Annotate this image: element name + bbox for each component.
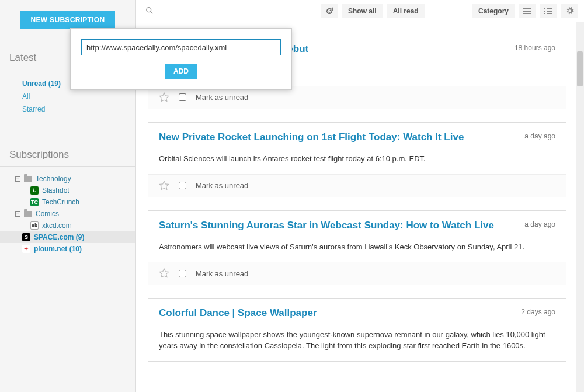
- feed-label: xkcd.com: [42, 221, 72, 230]
- mark-unread-label: Mark as unread: [196, 181, 248, 190]
- show-all-button[interactable]: Show all: [342, 4, 383, 18]
- add-subscription-popup: ADD: [70, 28, 292, 90]
- svg-rect-5: [544, 8, 545, 9]
- list-compact-icon: [544, 8, 552, 15]
- gear-icon: [565, 6, 574, 15]
- article-card: Saturn's Stunning Auroras Star in Webcas…: [148, 210, 566, 286]
- all-read-button[interactable]: All read: [387, 4, 425, 18]
- settings-button[interactable]: [561, 4, 578, 18]
- article-time: 18 hours ago: [515, 43, 555, 56]
- svg-point-0: [147, 8, 151, 12]
- mark-unread-label: Mark as unread: [196, 269, 248, 278]
- sidebar-starred[interactable]: Starred: [22, 103, 135, 116]
- article-card: Colorful Dance | Space Wallpaper 2 days …: [148, 298, 566, 362]
- feed-icon: xk: [30, 221, 39, 230]
- article-title[interactable]: Saturn's Stunning Auroras Star in Webcas…: [159, 219, 494, 233]
- search-input[interactable]: [142, 4, 317, 18]
- article-summary: Astronomers will webcast live views of S…: [159, 242, 555, 253]
- svg-rect-6: [547, 8, 552, 9]
- feed-icon: /.: [30, 186, 39, 195]
- feed-spacecom[interactable]: S SPACE.com (9): [0, 231, 135, 243]
- folder-comics[interactable]: − Comics: [0, 208, 135, 220]
- category-button[interactable]: Category: [472, 4, 515, 18]
- svg-rect-10: [547, 13, 552, 14]
- svg-rect-7: [544, 11, 545, 12]
- scrollbar[interactable]: [576, 22, 584, 392]
- svg-rect-4: [523, 13, 531, 14]
- mark-unread-checkbox[interactable]: [179, 182, 186, 189]
- feed-label: SPACE.com (9): [34, 233, 84, 241]
- article-card: New Private Rocket Launching on 1st Flig…: [148, 122, 566, 197]
- subscriptions-header: Subscriptions: [0, 143, 135, 167]
- list-wide-icon: [523, 8, 531, 15]
- refresh-icon: [325, 7, 333, 15]
- mark-unread-label: Mark as unread: [196, 93, 248, 102]
- mark-unread-checkbox[interactable]: [179, 93, 186, 101]
- article-summary: Orbital Sciences will launch its Antares…: [159, 154, 555, 165]
- svg-rect-3: [523, 11, 531, 12]
- feed-url-input[interactable]: [81, 39, 281, 55]
- article-summary: This stunning space wallpaper shows the …: [159, 329, 555, 352]
- svg-rect-9: [544, 13, 545, 14]
- add-button[interactable]: ADD: [165, 64, 197, 79]
- star-icon[interactable]: [159, 268, 169, 279]
- folder-label: Comics: [36, 210, 59, 218]
- article-title[interactable]: New Private Rocket Launching on 1st Flig…: [159, 131, 464, 144]
- article-time: a day ago: [524, 131, 555, 144]
- folder-icon: [24, 211, 32, 217]
- feed-techcrunch[interactable]: TC TechCrunch: [0, 196, 135, 208]
- feed-xkcd[interactable]: xk xkcd.com: [0, 220, 135, 231]
- feed-slashdot[interactable]: /. Slashdot: [0, 185, 135, 196]
- svg-rect-8: [547, 11, 552, 12]
- feed-label: Slashdot: [42, 186, 69, 195]
- feed-label: ploum.net (10): [34, 245, 82, 253]
- view-list-button[interactable]: [519, 4, 536, 18]
- view-compact-button[interactable]: [540, 4, 557, 18]
- collapse-icon[interactable]: −: [15, 176, 20, 182]
- feed-icon: ✦: [22, 245, 30, 253]
- toolbar: Show all All read Category: [136, 0, 584, 22]
- refresh-button[interactable]: [321, 4, 338, 18]
- new-subscription-button[interactable]: NEW SUBSCRIPTION: [20, 11, 116, 29]
- star-icon[interactable]: [159, 92, 169, 103]
- mark-unread-checkbox[interactable]: [179, 270, 186, 277]
- article-title[interactable]: Colorful Dance | Space Wallpaper: [159, 307, 317, 320]
- search-icon: [145, 6, 154, 15]
- feed-label: TechCrunch: [42, 198, 79, 206]
- folder-label: Technology: [36, 175, 71, 183]
- folder-icon: [24, 176, 32, 182]
- article-time: a day ago: [524, 219, 555, 233]
- article-time: 2 days ago: [521, 307, 555, 320]
- collapse-icon[interactable]: −: [15, 211, 20, 217]
- sidebar-all[interactable]: All: [22, 90, 135, 103]
- feed-icon: S: [22, 233, 30, 241]
- star-icon[interactable]: [159, 181, 169, 191]
- scrollbar-thumb[interactable]: [577, 51, 583, 86]
- svg-rect-2: [523, 8, 531, 9]
- feed-ploum[interactable]: ✦ ploum.net (10): [0, 243, 135, 255]
- feed-icon: TC: [30, 198, 39, 206]
- folder-technology[interactable]: − Technology: [0, 173, 135, 185]
- svg-line-1: [151, 12, 153, 14]
